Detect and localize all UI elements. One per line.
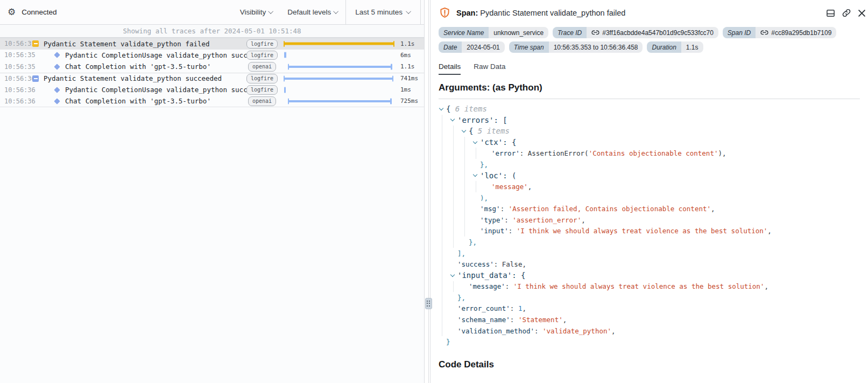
- json-tree-line: ),: [439, 192, 868, 204]
- trace-timestamp: 10:56:36: [0, 86, 32, 94]
- json-key-segment: 'ctx': [480, 138, 503, 147]
- json-plain-segment: :: [510, 316, 518, 324]
- badge-span-id[interactable]: Span ID#cc89a295db1b7109: [723, 27, 836, 38]
- tab-raw-data[interactable]: Raw Data: [474, 62, 505, 75]
- collapse-toggle-icon[interactable]: [32, 40, 39, 47]
- json-plain-segment: ,: [767, 227, 772, 235]
- json-plain-segment: : AssertionError(: [520, 149, 589, 157]
- trace-row[interactable]: 10:56:35Chat Completion with 'gpt-3.5-tu…: [0, 61, 424, 73]
- badge-value-text: #cc89a295db1b7109: [771, 29, 831, 37]
- resize-handle[interactable]: [425, 298, 432, 309]
- json-open-segment: : {: [512, 271, 525, 280]
- indent-guide: [442, 226, 442, 237]
- timeline-bar: [284, 43, 394, 45]
- tab-details[interactable]: Details: [439, 62, 461, 75]
- json-plain-segment: :: [504, 216, 512, 224]
- trace-timestamp: 10:56:36: [0, 98, 32, 105]
- trace-row-main: Pydantic Statement validate_python succe…: [32, 74, 249, 82]
- json-plain-segment: ,: [611, 327, 616, 335]
- chevron-down-icon[interactable]: [473, 139, 477, 143]
- close-icon[interactable]: [858, 9, 866, 17]
- chain-link-icon: [760, 30, 768, 36]
- gear-icon[interactable]: ⚙: [8, 8, 16, 17]
- indent-guide: [453, 159, 454, 170]
- time-range-dropdown[interactable]: Last 5 minutes: [345, 0, 421, 24]
- json-str-segment: 'message': [491, 183, 528, 191]
- trace-badge-cell: openai: [249, 96, 276, 106]
- json-plain-segment: ,: [711, 205, 715, 213]
- visibility-label: Visibility: [240, 8, 266, 16]
- scope-badge: logfire: [246, 85, 278, 95]
- json-tree-line: 'loc': (: [439, 170, 868, 182]
- trace-label: Chat Completion with 'gpt-3.5-turbo': [65, 97, 211, 105]
- indent-guide: [442, 236, 442, 248]
- span-detail-panel: Span: Pydantic Statement validate_python…: [430, 0, 868, 383]
- badge-time-span: Time span10:56:35.353 to 10:56:36.458: [509, 41, 643, 53]
- indent-guide: [442, 270, 442, 281]
- warning-shield-icon: [439, 6, 451, 19]
- json-tree-line: 'error': AssertionError('Contains object…: [439, 148, 868, 159]
- json-tree-line: 'input_data': {: [439, 270, 868, 281]
- json-tree-line: 'error_count': 1,: [439, 303, 868, 315]
- badge-value: 1.1s: [681, 41, 703, 53]
- chevron-down-icon[interactable]: [439, 106, 443, 110]
- link-icon[interactable]: [842, 8, 851, 18]
- json-plain-segment: : False,: [494, 260, 526, 268]
- indent-guide: [442, 192, 442, 204]
- trace-duration: 741ms: [397, 75, 424, 82]
- badge-value-text: 1.1s: [686, 44, 698, 51]
- trace-timestamp: 10:56:35: [0, 51, 32, 59]
- span-diamond-icon: [54, 52, 60, 58]
- json-close-segment: },: [480, 161, 488, 169]
- collapse-toggle-icon[interactable]: [32, 75, 39, 82]
- indent-guide: [453, 281, 454, 293]
- chevron-down-icon[interactable]: [473, 172, 477, 177]
- indent-guide: [442, 314, 442, 325]
- trace-row[interactable]: 10:56:35Pydantic Statement validate_pyth…: [0, 38, 424, 50]
- json-tree-line: 'schema_name': 'Statement',: [439, 314, 868, 325]
- scope-badge: openai: [248, 62, 276, 72]
- badge-trace-id[interactable]: Trace ID#3ff16acbdde4a547b01d9c9c533fcc7…: [553, 27, 718, 38]
- trace-row[interactable]: 10:56:36Chat Completion with 'gpt-3.5-tu…: [0, 96, 424, 108]
- span-actions: [826, 8, 860, 18]
- trace-row[interactable]: 10:56:36Pydantic CompletionUsage validat…: [0, 84, 424, 96]
- badge-service-name: Service Nameunknown_service: [439, 27, 548, 38]
- visibility-dropdown[interactable]: Visibility: [233, 0, 281, 24]
- json-key-segment: 'type': [480, 216, 504, 224]
- timeline-cell: [276, 61, 397, 73]
- app-root: ⚙ Connected Visibility Default levels La…: [0, 0, 868, 383]
- connection-status-label: Connected: [22, 8, 57, 16]
- indent-guide: [464, 159, 465, 170]
- json-key-segment: 'loc': [480, 171, 503, 180]
- indent-guide: [442, 248, 442, 259]
- indent-guide: [442, 203, 442, 214]
- indent-guide: [442, 259, 442, 270]
- trace-label: Chat Completion with 'gpt-3.5-turbo': [65, 62, 211, 71]
- json-str-segment: 'Contains objectionable content': [589, 149, 718, 157]
- json-key-segment: 'error': [491, 149, 520, 157]
- indent-guide: [453, 170, 454, 182]
- indent-guide: [476, 148, 476, 159]
- json-open-segment: {: [469, 127, 478, 135]
- json-plain-segment: ,: [522, 304, 526, 312]
- json-open-segment: : {: [503, 138, 516, 147]
- chevron-down-icon[interactable]: [450, 272, 455, 276]
- json-plain-segment: :: [509, 227, 517, 235]
- indent-guide: [464, 148, 465, 159]
- chevron-down-icon[interactable]: [450, 117, 455, 121]
- chain-link-icon: [591, 30, 599, 36]
- default-levels-dropdown[interactable]: Default levels: [280, 0, 345, 24]
- trace-duration: 1.1s: [397, 40, 424, 47]
- span-meta-badges-row2: Date2024-05-01Time span10:56:35.353 to 1…: [439, 41, 868, 53]
- indent-guide: [453, 126, 454, 137]
- chevron-down-icon[interactable]: [462, 128, 466, 133]
- indent-guide: [442, 181, 442, 192]
- trace-row[interactable]: 10:56:36Pydantic Statement validate_pyth…: [0, 73, 424, 85]
- scope-badge: openai: [248, 96, 276, 106]
- trace-row[interactable]: 10:56:35Pydantic CompletionUsage validat…: [0, 50, 424, 61]
- trace-duration: 1ms: [397, 86, 424, 93]
- badge-label: Service Name: [439, 27, 489, 38]
- arguments-json-tree: { 6 items'errors': [{ 5 items'ctx': {'er…: [439, 103, 868, 347]
- split-view-icon[interactable]: [826, 9, 835, 18]
- indent-guide: [453, 214, 454, 226]
